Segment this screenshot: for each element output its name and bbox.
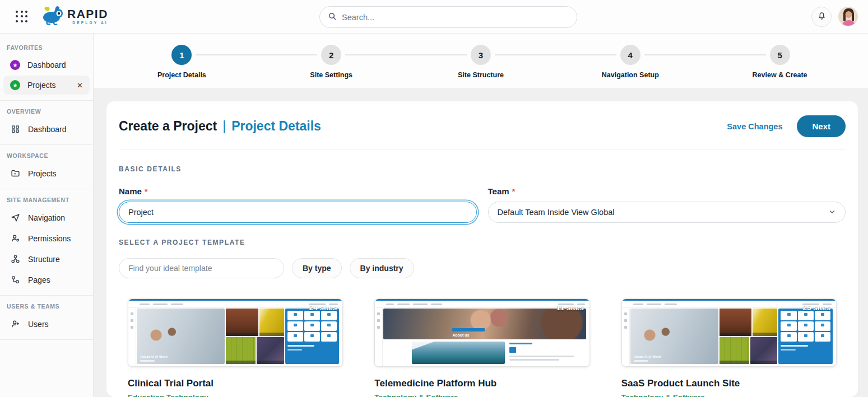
site-count-badge: 25 sites [802,303,830,312]
app-launcher-icon[interactable] [13,8,30,25]
template-industry: Technology & Software [621,393,837,397]
sidebar-item-favorite-dashboard[interactable]: ★ Dashboard [3,55,90,74]
page-title: Create a Project [119,119,217,134]
name-label: Name [119,186,142,196]
template-card-telemedicine-platform-hub[interactable]: About us [374,298,590,397]
divider [0,189,93,189]
sidebar-heading-users-teams: USERS & TEAMS [0,297,93,313]
sidebar-item-dashboard[interactable]: Dashboard [3,119,90,139]
pages-icon [10,274,21,285]
step-review-create[interactable]: 5 Review & Create [705,45,855,79]
divider [0,144,93,145]
brand-logo[interactable]: RAPID DEPLOY AI [40,5,108,29]
user-avatar[interactable] [838,7,858,26]
rabbit-logo-icon [40,5,66,29]
page-subtitle: Project Details [231,119,321,134]
sidebar: FAVORITES ★ Dashboard ★ Projects ✕ OVERV… [0,34,94,397]
bell-icon [817,11,827,22]
sidebar-item-pages[interactable]: Pages [3,270,90,289]
site-count-badge: 11 sites [556,303,584,312]
name-field-group: Name * [119,186,477,223]
chevron-down-icon [828,208,836,217]
navigation-icon [10,212,21,223]
wizard-stepper: 1 Project Details 2 Site Settings 3 Site… [94,34,868,88]
step-navigation-setup[interactable]: 4 Navigation Setup [555,45,705,79]
template-industry: Education Technology [128,393,343,397]
brand-name: RAPID [67,8,108,20]
template-card-clinical-trial-portal[interactable]: Adopt AI @ Work [128,298,343,397]
step-site-settings[interactable]: 2 Site Settings [257,45,406,79]
structure-icon [10,254,21,264]
team-label: Team [488,186,509,196]
sidebar-item-favorite-projects[interactable]: ★ Projects ✕ [3,76,90,95]
user-plus-icon [10,319,21,329]
star-green-icon: ★ [10,80,20,90]
top-bar: RAPID DEPLOY AI [0,0,868,34]
step-project-details[interactable]: 1 Project Details [107,45,257,79]
sidebar-heading-workspace: WORKSPACE [0,146,93,162]
title-separator: | [222,119,226,134]
template-card-saas-product-launch-site[interactable]: Adopt AI @ Work [621,298,837,397]
filter-by-type-button[interactable]: By type [292,258,342,278]
template-thumbnail: Adopt AI @ Work [128,298,343,367]
basic-details-heading: BASIC DETAILS [119,165,846,173]
divider [0,100,93,101]
sidebar-item-users[interactable]: Users [3,314,90,334]
search-icon [328,12,337,23]
star-purple-icon: ★ [10,60,20,70]
remove-favorite-icon[interactable]: ✕ [77,81,83,90]
sidebar-item-structure[interactable]: Structure [3,249,90,269]
template-industry: Technology & Software [374,393,590,397]
sidebar-heading-favorites: FAVORITES [0,38,93,54]
template-search-input[interactable] [119,258,284,278]
template-thumbnail: Adopt AI @ Work [621,298,837,367]
required-marker: * [145,186,148,196]
global-search[interactable] [319,6,577,28]
team-field-group: Team * Default Team Inside View Global [488,186,846,223]
next-button[interactable]: Next [797,115,846,137]
required-marker: * [512,186,516,196]
step-site-structure[interactable]: 3 Site Structure [406,45,556,79]
sidebar-heading-site-management: SITE MANAGEMENT [0,190,93,207]
save-changes-link[interactable]: Save Changes [727,122,782,131]
divider [0,295,93,296]
template-thumbnail: About us [374,298,590,367]
sidebar-item-projects[interactable]: Projects [3,164,90,183]
template-title: Clinical Trial Portal [128,378,343,389]
divider [0,339,93,340]
notifications-button[interactable] [811,7,832,27]
template-title: Telemedicine Platform Hub [374,378,590,389]
template-section-heading: SELECT A PROJECT TEMPLATE [119,239,846,246]
sidebar-heading-overview: OVERVIEW [0,102,93,118]
filter-by-industry-button[interactable]: By industry [350,258,414,278]
sidebar-item-navigation[interactable]: Navigation [3,208,90,227]
project-name-input[interactable] [119,202,477,223]
folder-icon [10,168,21,179]
site-count-badge: 24 sites [309,303,337,312]
team-select-value: Default Team Inside View Global [498,208,615,217]
dashboard-icon [10,124,21,134]
template-title: SaaS Product Launch Site [621,378,837,389]
search-input[interactable] [342,13,569,22]
brand-subtitle: DEPLOY AI [67,21,108,25]
team-select[interactable]: Default Team Inside View Global [488,202,846,223]
create-project-panel: Create a Project | Project Details Save … [106,101,858,397]
permissions-icon [10,233,21,244]
sidebar-item-permissions[interactable]: Permissions [3,228,90,248]
